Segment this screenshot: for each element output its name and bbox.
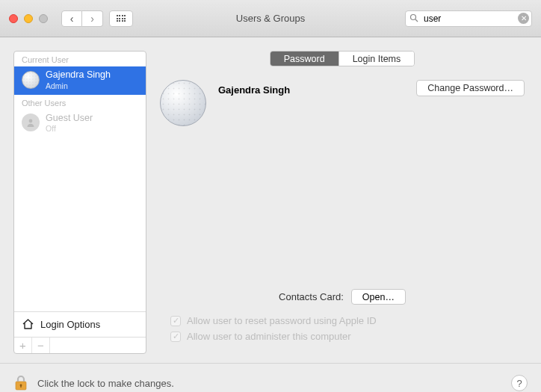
login-options-button[interactable]: Login Options (14, 311, 146, 337)
close-window-button[interactable] (9, 14, 18, 23)
user-info: Gajendra Singh Admin (46, 69, 111, 90)
contacts-card-row: Contacts Card: Open… (160, 289, 525, 305)
titlebar: ‹ › Users & Groups ✕ (0, 0, 541, 37)
svg-rect-5 (20, 385, 21, 388)
lock-icon[interactable] (13, 374, 28, 392)
profile-name: Gajendra Singh (218, 80, 404, 96)
search-wrap: ✕ (405, 10, 532, 27)
password-panel: Gajendra Singh Change Password… Contacts… (157, 75, 528, 354)
user-name: Guest User (46, 113, 93, 125)
allow-reset-row: ✓ Allow user to reset password using App… (170, 315, 525, 326)
home-icon (22, 318, 34, 331)
minimize-window-button[interactable] (24, 14, 33, 23)
preferences-window: ‹ › Users & Groups ✕ Current User (0, 0, 541, 392)
svg-point-2 (29, 119, 33, 123)
chevron-right-icon: › (90, 13, 94, 25)
svg-point-0 (411, 14, 416, 19)
window-controls (9, 14, 48, 23)
checkbox-allow-reset: ✓ (170, 316, 181, 326)
user-row-current[interactable]: Gajendra Singh Admin (14, 66, 146, 95)
question-icon: ? (516, 378, 522, 389)
main-panel: Password Login Items Gajendra Singh Chan… (157, 51, 528, 354)
user-sidebar: Current User Gajendra Singh Admin Other … (13, 51, 146, 354)
back-button[interactable]: ‹ (61, 10, 82, 27)
grid-icon (117, 15, 126, 22)
footer-text: Click the lock to make changes. (37, 378, 502, 389)
add-remove-bar: + − (14, 337, 146, 353)
plus-icon: + (19, 339, 26, 352)
profile-avatar[interactable] (160, 80, 206, 126)
search-icon (409, 13, 418, 25)
help-button[interactable]: ? (511, 375, 528, 391)
tab-bar: Password Login Items (157, 51, 528, 66)
content-area: Current User Gajendra Singh Admin Other … (0, 37, 541, 363)
section-current-user: Current User (14, 52, 146, 66)
forward-button[interactable]: › (82, 10, 103, 27)
user-info: Guest User Off (46, 113, 93, 134)
contacts-card-label: Contacts Card: (279, 291, 344, 302)
remove-user-button: − (32, 337, 50, 353)
tab-password[interactable]: Password (270, 52, 338, 66)
user-role: Admin (46, 81, 111, 90)
nav-buttons: ‹ › (61, 10, 103, 27)
tab-login-items[interactable]: Login Items (338, 52, 415, 66)
profile-area: Gajendra Singh Change Password… (157, 75, 528, 126)
show-all-button[interactable] (109, 10, 133, 27)
avatar-icon (22, 71, 40, 89)
allow-admin-label: Allow user to administer this computer (187, 331, 351, 342)
checkbox-allow-admin: ✓ (170, 332, 181, 342)
search-input[interactable] (405, 10, 532, 27)
footer: Click the lock to make changes. ? (0, 363, 541, 392)
guest-avatar-icon (22, 113, 40, 131)
user-name: Gajendra Singh (46, 69, 111, 81)
svg-line-1 (415, 19, 418, 22)
clear-search-button[interactable]: ✕ (518, 13, 529, 24)
user-role: Off (46, 124, 93, 133)
allow-reset-label: Allow user to reset password using Apple… (187, 315, 377, 326)
minus-icon: − (37, 339, 44, 352)
add-user-button: + (14, 337, 32, 353)
open-contacts-button[interactable]: Open… (351, 289, 406, 305)
window-title: Users & Groups (236, 13, 305, 24)
chevron-left-icon: ‹ (70, 13, 74, 25)
change-password-button[interactable]: Change Password… (416, 80, 525, 96)
zoom-window-button (39, 14, 48, 23)
section-other-users: Other Users (14, 95, 146, 110)
user-row-guest[interactable]: Guest User Off (14, 110, 146, 138)
lower-options: Contacts Card: Open… ✓ Allow user to res… (157, 289, 528, 354)
user-list: Current User Gajendra Singh Admin Other … (14, 52, 146, 311)
allow-admin-row: ✓ Allow user to administer this computer (170, 331, 525, 342)
login-options-label: Login Options (40, 319, 100, 330)
